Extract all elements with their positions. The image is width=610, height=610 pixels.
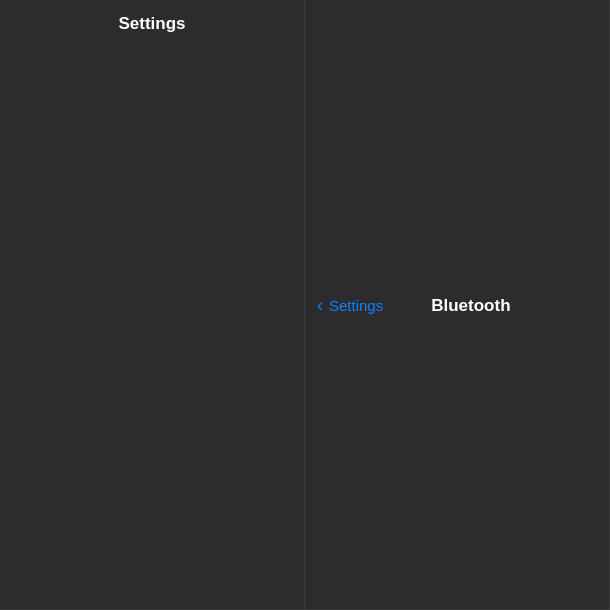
right-panel: ‹ Settings Bluetooth Bluetooth Now Visib… — [305, 0, 610, 610]
back-button[interactable]: Settings — [329, 297, 383, 314]
left-title: Settings — [118, 14, 185, 33]
right-header: ‹ Settings Bluetooth — [305, 0, 610, 610]
left-panel: Settings FM1 Apple ID. ICloud. Media And… — [0, 0, 305, 610]
left-header: Settings — [0, 0, 305, 610]
right-title: Bluetooth — [419, 1, 597, 611]
back-chevron-icon: ‹ — [317, 295, 323, 316]
